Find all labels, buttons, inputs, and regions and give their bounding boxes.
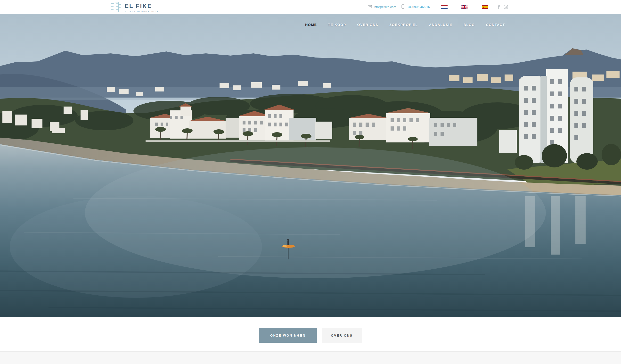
email-text: info@elfike.com: [374, 5, 396, 9]
email-link[interactable]: info@elfike.com: [368, 5, 396, 9]
site-logo[interactable]: EL FIKE HUIZEN IN ANDALUCIA: [110, 2, 159, 13]
nav-item-contact[interactable]: CONTACT: [486, 23, 505, 27]
main-navigation: HOME TE KOOP OVER ONS ZOEKPROFIEL ANDALU…: [0, 14, 621, 36]
flag-uk-icon: [461, 5, 468, 9]
cta-row: ONZE WONINGEN OVER ONS: [0, 328, 621, 343]
nav-item-over-ons[interactable]: OVER ONS: [357, 23, 379, 27]
language-switch-es[interactable]: [482, 5, 488, 9]
logo-name: EL FIKE: [125, 3, 159, 9]
buildings-icon: [110, 2, 121, 13]
facebook-icon[interactable]: [498, 5, 500, 9]
flag-es-icon: [482, 5, 488, 9]
nav-item-andalusie[interactable]: ANDALUSIË: [429, 23, 452, 27]
nav-item-home[interactable]: HOME: [305, 23, 317, 27]
nav-item-zoekprofiel[interactable]: ZOEKPROFIEL: [389, 23, 418, 27]
footer-strip: [0, 351, 621, 364]
logo-tagline: HUIZEN IN ANDALUCIA: [125, 10, 159, 13]
top-header: EL FIKE HUIZEN IN ANDALUCIA info@elfike.…: [0, 0, 621, 14]
nav-item-blog[interactable]: BLOG: [464, 23, 475, 27]
social-links: [498, 5, 508, 9]
envelope-icon: [368, 5, 372, 9]
instagram-icon[interactable]: [504, 5, 508, 9]
over-ons-button[interactable]: OVER ONS: [322, 328, 362, 343]
language-switch-nl[interactable]: [441, 5, 448, 9]
language-switch-en[interactable]: [461, 5, 468, 9]
hero-coastline-image: [0, 14, 621, 317]
phone-text: +34 6906 466 16: [406, 5, 430, 9]
header-contact-bar: info@elfike.com +34 6906 466 16: [368, 0, 508, 14]
nav-item-te-koop[interactable]: TE KOOP: [328, 23, 346, 27]
onze-woningen-button[interactable]: ONZE WONINGEN: [259, 328, 317, 343]
mobile-phone-icon: [401, 4, 404, 9]
flag-nl-icon: [441, 5, 448, 9]
phone-link[interactable]: +34 6906 466 16: [401, 4, 430, 9]
hero-section: HOME TE KOOP OVER ONS ZOEKPROFIEL ANDALU…: [0, 14, 621, 317]
